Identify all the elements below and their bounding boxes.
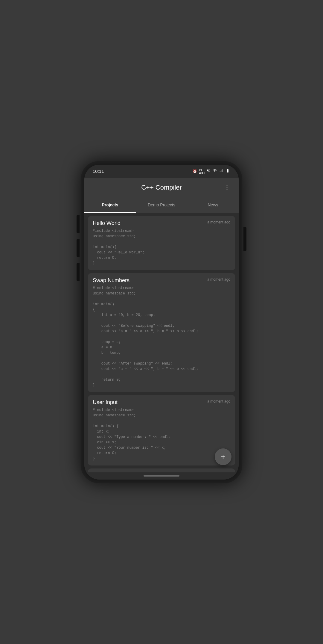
projects-list[interactable]: Hello World a moment ago #include <iostr… [84, 213, 239, 472]
new-project-fab[interactable]: + [215, 448, 231, 465]
app-bar: C++ Compiler ⋮ [84, 178, 239, 197]
project-code: #include <iostream> using namespace std;… [93, 228, 230, 266]
status-bar: 10:11 ⏰ VoWiFi [84, 165, 239, 178]
home-bar [144, 475, 179, 477]
phone-screen: 10:11 ⏰ VoWiFi C++ Compiler [84, 165, 239, 480]
status-time: 10:11 [93, 169, 104, 174]
tab-news[interactable]: News [187, 197, 239, 213]
home-indicator [84, 472, 239, 480]
project-card-swap-numbers[interactable]: Swap Numbers a moment ago #include <iost… [88, 273, 235, 392]
signal-icon [219, 169, 223, 174]
vowifi-icon: VoWiFi [199, 168, 205, 174]
tab-bar: Projects Demo Projects News [84, 197, 239, 213]
project-card-date-time[interactable]: Date and Time a moment ago #include <ios… [88, 468, 235, 472]
battery-icon [225, 169, 230, 174]
project-time: a moment ago [207, 399, 230, 403]
project-time: a moment ago [207, 220, 230, 224]
tab-demo-projects[interactable]: Demo Projects [136, 197, 187, 213]
app-title: C++ Compiler [141, 184, 182, 191]
tab-projects[interactable]: Projects [84, 197, 136, 213]
project-title: Swap Numbers [93, 277, 129, 284]
project-title: Hello World [93, 220, 121, 226]
project-title: User Input [93, 399, 118, 406]
project-card-user-input[interactable]: User Input a moment ago #include <iostre… [88, 395, 235, 465]
phone-device: 10:11 ⏰ VoWiFi C++ Compiler [81, 161, 242, 483]
card-header: Swap Numbers a moment ago [93, 277, 230, 284]
project-code: #include <iostream> using namespace std;… [93, 407, 230, 461]
wifi-icon [212, 169, 217, 174]
card-header: User Input a moment ago [93, 399, 230, 406]
project-time: a moment ago [207, 277, 230, 282]
overflow-menu-button[interactable]: ⋮ [221, 181, 233, 194]
status-icons: ⏰ VoWiFi [193, 168, 230, 174]
project-code: #include <iostream> using namespace std;… [93, 285, 230, 388]
card-header: Hello World a moment ago [93, 220, 230, 226]
project-card-hello-world[interactable]: Hello World a moment ago #include <iostr… [88, 216, 235, 270]
mute-icon [206, 169, 211, 174]
alarm-icon: ⏰ [193, 169, 197, 173]
